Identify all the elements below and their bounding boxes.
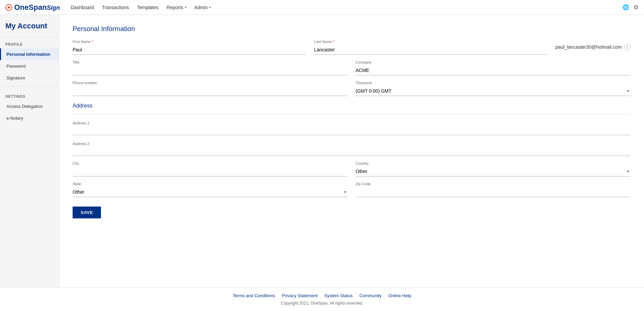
address1-label: Address 1	[73, 121, 89, 125]
globe-icon: 🌐	[622, 4, 629, 10]
footer-community[interactable]: Community	[359, 293, 382, 298]
phone-field: Phone number	[73, 81, 347, 96]
nav-admin[interactable]: Admin ▾	[195, 5, 211, 10]
footer-copyright: Copyright 2021, OneSpan. All rights rese…	[5, 301, 639, 306]
timezone-select[interactable]: (GMT 0:00) GMT (GMT -5:00) EST (GMT -8:0…	[356, 86, 630, 96]
first-name-field: First Name *	[73, 40, 306, 55]
sidebar-divider	[0, 87, 59, 87]
footer-terms[interactable]: Terms and Conditions	[233, 293, 275, 298]
page-title: Personal Information	[73, 25, 630, 33]
phone-input[interactable]	[73, 86, 347, 96]
first-name-required: *	[91, 40, 93, 44]
footer-links: Terms and Conditions Privacy Statement S…	[5, 293, 639, 298]
logo[interactable]: OneSpanSign	[5, 3, 60, 12]
timezone-label: Timezone	[356, 81, 630, 85]
sidebar-section-settings: SETTINGS	[0, 90, 59, 100]
title-input[interactable]	[73, 66, 347, 75]
reports-chevron-icon: ▾	[185, 5, 186, 9]
sidebar: My Account PROFILE Personal Information …	[0, 15, 59, 287]
email-value: paul_lancaster30@hotmail.com	[556, 44, 622, 50]
country-field: Country Other United States Canada Unite…	[356, 161, 630, 176]
sidebar-item-personal-information[interactable]: Personal Information	[0, 48, 59, 60]
address1-input[interactable]	[73, 125, 630, 135]
country-label: Country	[356, 161, 630, 165]
city-label: City	[73, 161, 347, 165]
address2-label: Address 2	[73, 142, 89, 146]
main-content: Personal Information First Name * Last N…	[59, 15, 644, 287]
globe-icon-button[interactable]: 🌐	[622, 4, 629, 11]
title-company-row: Title Company	[73, 60, 630, 75]
country-select[interactable]: Other United States Canada United Kingdo…	[356, 167, 630, 176]
city-input[interactable]	[73, 167, 347, 176]
nav-right: 🌐 ⚙	[622, 4, 639, 11]
title-field: Title	[73, 60, 347, 75]
country-select-wrapper: Other United States Canada United Kingdo…	[356, 167, 630, 176]
phone-timezone-row: Phone number Timezone (GMT 0:00) GMT (GM…	[73, 81, 630, 96]
name-row: First Name * Last Name * paul_lancaster3…	[73, 40, 630, 55]
topnav: OneSpanSign Dashboard Transactions Templ…	[0, 0, 644, 15]
state-label: State	[73, 182, 347, 186]
footer: Terms and Conditions Privacy Statement S…	[0, 287, 644, 311]
title-label: Title	[73, 60, 347, 64]
settings-icon-button[interactable]: ⚙	[633, 4, 639, 11]
email-info-icon[interactable]: i	[624, 44, 630, 50]
sidebar-item-signature[interactable]: Signature	[0, 72, 59, 84]
state-zip-row: State Other Alabama Alaska Arizona Zip C…	[73, 182, 630, 197]
address2-field: Address 2	[73, 141, 630, 156]
footer-privacy[interactable]: Privacy Statement	[282, 293, 318, 298]
brand-sign: Sign	[47, 4, 60, 11]
sidebar-item-password[interactable]: Password	[0, 60, 59, 72]
nav-reports[interactable]: Reports ▾	[167, 5, 186, 10]
footer-help[interactable]: Online Help	[388, 293, 411, 298]
address-title: Address	[73, 103, 630, 109]
email-row: paul_lancaster30@hotmail.com i	[556, 44, 630, 52]
zip-input[interactable]	[356, 187, 630, 197]
sidebar-section-profile: PROFILE	[0, 38, 59, 48]
nav-transactions[interactable]: Transactions	[102, 5, 129, 10]
last-name-input[interactable]	[314, 45, 547, 55]
address-divider	[73, 114, 630, 115]
admin-chevron-icon: ▾	[209, 5, 211, 9]
zip-field: Zip Code	[356, 182, 630, 197]
footer-status[interactable]: System Status	[324, 293, 353, 298]
address1-field: Address 1	[73, 120, 630, 135]
company-input[interactable]	[356, 66, 630, 75]
address2-input[interactable]	[73, 146, 630, 156]
zip-label: Zip Code	[356, 182, 630, 186]
city-country-row: City Country Other United States Canada …	[73, 161, 630, 176]
nav-dashboard[interactable]: Dashboard	[71, 5, 94, 10]
phone-label: Phone number	[73, 81, 347, 85]
state-field: State Other Alabama Alaska Arizona	[73, 182, 347, 197]
last-name-required: *	[332, 40, 334, 44]
company-label: Company	[356, 60, 630, 64]
last-name-label: Last Name *	[314, 40, 547, 44]
first-name-label: First Name *	[73, 40, 306, 44]
first-name-input[interactable]	[73, 45, 306, 55]
timezone-select-wrapper: (GMT 0:00) GMT (GMT -5:00) EST (GMT -8:0…	[356, 86, 630, 96]
main-layout: My Account PROFILE Personal Information …	[0, 15, 644, 287]
timezone-field: Timezone (GMT 0:00) GMT (GMT -5:00) EST …	[356, 81, 630, 96]
logo-circle-icon	[5, 4, 12, 11]
city-field: City	[73, 161, 347, 176]
sidebar-item-access-delegation[interactable]: Access Delegation	[0, 100, 59, 112]
nav-templates[interactable]: Templates	[137, 5, 159, 10]
nav-links: Dashboard Transactions Templates Reports…	[71, 5, 622, 10]
last-name-field: Last Name *	[314, 40, 547, 55]
sidebar-item-enotary[interactable]: e-Notary	[0, 112, 59, 124]
state-select[interactable]: Other Alabama Alaska Arizona	[73, 187, 347, 197]
settings-icon: ⚙	[633, 4, 639, 11]
sidebar-title: My Account	[0, 15, 59, 38]
brand-name: OneSpanSign	[14, 3, 60, 12]
state-select-wrapper: Other Alabama Alaska Arizona	[73, 187, 347, 197]
save-button[interactable]: SAVE	[73, 207, 101, 218]
company-field: Company	[356, 60, 630, 75]
